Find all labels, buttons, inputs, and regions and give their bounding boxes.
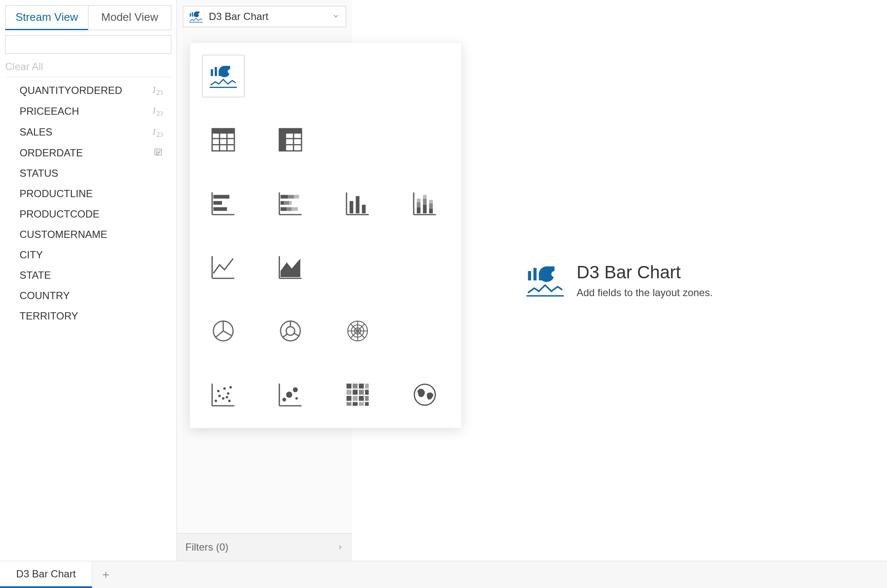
chart-option-bubble[interactable]	[269, 373, 312, 416]
field-row[interactable]: SALES123	[5, 122, 171, 143]
svg-rect-12	[192, 12, 193, 17]
field-label: CITY	[20, 249, 43, 261]
svg-point-93	[222, 397, 225, 400]
svg-rect-38	[213, 207, 227, 211]
search-input[interactable]	[5, 35, 171, 54]
field-label: QUANTITYORDERED	[20, 85, 122, 96]
field-row[interactable]: STATE	[5, 265, 171, 286]
chevron-right-icon	[337, 541, 344, 553]
d3-combo-icon	[189, 11, 203, 23]
chart-option-vertical-bar[interactable]	[336, 182, 379, 225]
svg-rect-52	[350, 201, 353, 213]
field-type-icon: 123	[152, 126, 171, 139]
svg-line-78	[294, 334, 299, 336]
svg-line-74	[216, 331, 223, 337]
svg-rect-107	[365, 384, 369, 389]
tab-model-view[interactable]: Model View	[88, 5, 171, 30]
svg-rect-64	[429, 204, 433, 209]
chart-option-line[interactable]	[202, 246, 244, 288]
chart-option-pivot-table[interactable]	[269, 119, 312, 161]
field-row[interactable]: ORDERDATE	[5, 143, 171, 163]
svg-point-76	[286, 327, 295, 335]
field-row[interactable]: PRICEEACH123	[5, 101, 171, 122]
tab-stream-view[interactable]: Stream View	[5, 5, 88, 30]
field-row[interactable]: QUANTITYORDERED123	[5, 80, 171, 101]
svg-point-19	[228, 69, 233, 74]
field-row[interactable]: COUNTRY	[5, 286, 171, 306]
field-label: STATE	[20, 269, 51, 281]
svg-point-8	[159, 152, 160, 153]
svg-point-94	[227, 392, 230, 395]
chart-option-scatter[interactable]	[202, 373, 244, 416]
chart-option-horizontal-stacked-bar[interactable]	[269, 182, 312, 225]
svg-rect-122	[533, 268, 536, 280]
svg-point-101	[286, 392, 293, 398]
svg-rect-60	[423, 205, 427, 213]
svg-rect-119	[365, 402, 369, 406]
field-label: STATUS	[20, 167, 58, 179]
sheet-tabs: D3 Bar Chart	[0, 561, 887, 588]
sheet-tab[interactable]: D3 Bar Chart	[0, 561, 92, 588]
field-type-icon: 123	[152, 105, 171, 117]
svg-rect-47	[281, 207, 287, 211]
field-label: PRODUCTCODE	[20, 208, 100, 220]
svg-rect-28	[285, 129, 301, 134]
chart-option-sunburst[interactable]	[336, 310, 379, 352]
chart-option-vertical-stacked-bar[interactable]	[404, 182, 446, 225]
d3-combo-icon	[526, 264, 564, 297]
svg-point-90	[218, 395, 221, 397]
svg-point-102	[293, 387, 298, 393]
canvas-subtitle: Add fields to the layout zones.	[577, 287, 713, 299]
chart-option-geo[interactable]	[404, 373, 446, 416]
field-row[interactable]: TERRITORY	[5, 306, 171, 326]
svg-rect-57	[417, 207, 421, 214]
field-row[interactable]: PRODUCTCODE	[5, 204, 171, 224]
svg-rect-63	[429, 209, 433, 214]
chart-option-d3-combo[interactable]	[202, 55, 244, 97]
svg-point-92	[223, 387, 226, 390]
field-label: PRICEEACH	[20, 105, 79, 117]
chart-option-table[interactable]	[202, 119, 244, 161]
svg-rect-46	[289, 201, 292, 205]
field-type-icon: 123	[152, 84, 171, 96]
svg-rect-117	[353, 402, 358, 406]
svg-marker-70	[281, 259, 300, 277]
field-row[interactable]: CITY	[5, 245, 171, 265]
svg-rect-62	[423, 195, 427, 199]
svg-rect-21	[212, 129, 234, 134]
svg-rect-37	[213, 201, 222, 205]
chart-option-donut[interactable]	[269, 310, 312, 352]
clear-all-link[interactable]: Clear All	[0, 57, 176, 77]
svg-rect-104	[347, 384, 352, 389]
chart-option-heatmap[interactable]	[336, 373, 379, 416]
svg-rect-59	[417, 198, 421, 202]
chart-option-area[interactable]	[269, 246, 312, 288]
svg-rect-110	[359, 390, 364, 395]
svg-rect-58	[417, 202, 421, 207]
svg-line-73	[223, 331, 232, 336]
chart-option-horizontal-bar[interactable]	[202, 182, 244, 225]
chart-type-selector[interactable]: D3 Bar Chart	[183, 6, 346, 27]
chart-option-pie[interactable]	[202, 310, 244, 352]
svg-rect-118	[359, 402, 364, 406]
svg-point-100	[282, 398, 286, 401]
svg-point-97	[226, 396, 228, 399]
add-sheet-button[interactable]	[92, 561, 119, 588]
field-label: PRODUCTLINE	[20, 188, 93, 200]
svg-rect-44	[281, 201, 284, 205]
field-list: QUANTITYORDERED123PRICEEACH123SALES123OR…	[5, 77, 171, 326]
field-type-icon	[154, 147, 171, 159]
field-row[interactable]: PRODUCTLINE	[5, 184, 171, 204]
filters-toggle[interactable]: Filters (0)	[177, 533, 352, 561]
svg-rect-116	[347, 402, 352, 406]
svg-rect-11	[190, 13, 191, 17]
field-row[interactable]: STATUS	[5, 163, 171, 184]
filters-label: Filters (0)	[185, 541, 228, 553]
svg-rect-115	[365, 396, 369, 401]
svg-point-89	[215, 400, 217, 402]
svg-rect-113	[353, 396, 358, 401]
field-row[interactable]: CUSTOMERNAME	[5, 224, 171, 245]
field-label: CUSTOMERNAME	[20, 229, 107, 240]
svg-rect-114	[359, 396, 364, 401]
svg-rect-105	[353, 384, 358, 389]
